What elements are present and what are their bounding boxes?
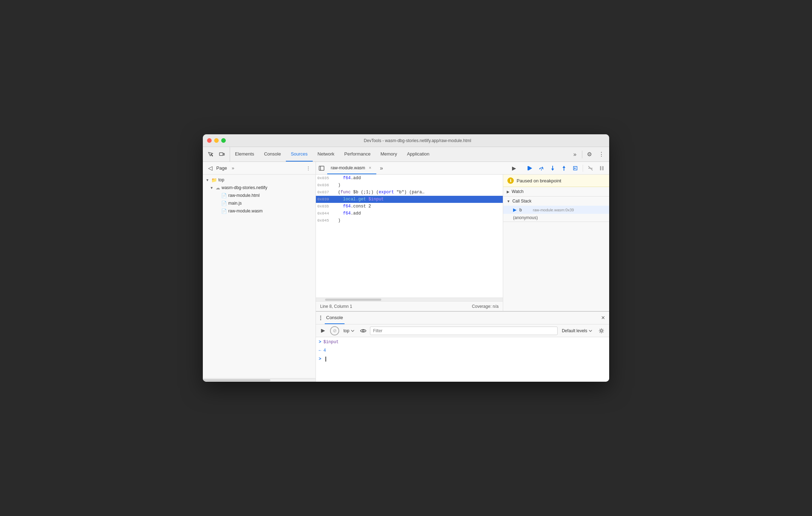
tree-item-main-js[interactable]: ▶ 📄 main.js bbox=[203, 199, 316, 207]
maximize-button[interactable] bbox=[221, 138, 226, 143]
console-filter-input[interactable] bbox=[370, 327, 558, 335]
more-options-button[interactable]: ⋮ bbox=[596, 149, 606, 159]
step-out-button[interactable] bbox=[559, 163, 569, 174]
file-wasm-icon: 📄 bbox=[221, 209, 227, 214]
tab-application[interactable]: Application bbox=[402, 147, 435, 162]
cloud-icon: ☁ bbox=[216, 185, 220, 190]
more-tabs-button[interactable]: » bbox=[570, 149, 580, 159]
dot-icon bbox=[320, 316, 321, 317]
callstack-item-anonymous[interactable]: (anonymous) bbox=[503, 214, 609, 222]
callstack-section: ▼ Call Stack ▶ b raw-module.wasm:0x39 (a… bbox=[503, 197, 609, 222]
tabbar-end-buttons: » ⚙ ⋮ bbox=[567, 147, 609, 162]
step-into-button[interactable] bbox=[547, 163, 558, 174]
chevron-down-icon: ▼ bbox=[206, 178, 210, 182]
traffic-lights bbox=[207, 138, 226, 143]
svg-point-19 bbox=[362, 330, 364, 332]
code-editor: 0x035 f64.add 0x036 ) 0x037 bbox=[316, 175, 503, 311]
sidebar-header: ◁ Page » ⋮ bbox=[203, 162, 316, 175]
inspect-element-button[interactable] bbox=[206, 149, 216, 159]
resume-button[interactable] bbox=[525, 163, 535, 174]
navigator-toggle-button[interactable] bbox=[316, 163, 327, 174]
svg-rect-1 bbox=[223, 153, 224, 155]
close-console-button[interactable]: × bbox=[600, 313, 606, 323]
deactivate-breakpoints-button[interactable] bbox=[585, 163, 596, 174]
editor-toolbar-right: ▶ bbox=[508, 163, 523, 174]
pause-text: Paused on breakpoint bbox=[517, 178, 561, 183]
console-line-output-4: ← 4 bbox=[316, 347, 609, 356]
debug-toolbar bbox=[523, 163, 609, 174]
svg-marker-12 bbox=[574, 168, 576, 169]
callstack-item-b[interactable]: ▶ b raw-module.wasm:0x39 bbox=[503, 206, 609, 214]
svg-marker-8 bbox=[551, 169, 554, 171]
tree-item-raw-module-html[interactable]: ▶ 📄 raw-module.html bbox=[203, 192, 316, 199]
code-line-0x035: 0x035 f64.add bbox=[316, 175, 503, 182]
tab-memory[interactable]: Memory bbox=[376, 147, 402, 162]
callstack-label: Call Stack bbox=[512, 199, 531, 204]
cursor-blink bbox=[325, 357, 326, 362]
settings-button[interactable]: ⚙ bbox=[584, 149, 594, 159]
live-expressions-button[interactable] bbox=[359, 326, 368, 335]
tab-sources[interactable]: Sources bbox=[286, 147, 313, 162]
code-status-bar: Line 8, Column 1 Coverage: n/a bbox=[316, 301, 503, 311]
step-over-button[interactable] bbox=[536, 163, 547, 174]
tabbar-divider bbox=[582, 151, 582, 158]
tree-item-domain[interactable]: ▼ ☁ wasm-dbg-stories.netlify bbox=[203, 184, 316, 192]
pause-on-exceptions-button[interactable] bbox=[596, 163, 607, 174]
code-line-0x044: 0x044 f64.add bbox=[316, 210, 503, 217]
run-in-console-button[interactable] bbox=[319, 326, 328, 335]
chevron-down-icon: ▼ bbox=[507, 199, 510, 203]
main-tabbar: Elements Console Sources Network Perform… bbox=[203, 147, 609, 162]
svg-marker-4 bbox=[529, 166, 532, 170]
console-drag-handle[interactable] bbox=[319, 314, 323, 322]
info-icon: ℹ bbox=[507, 177, 514, 184]
execution-context-select[interactable]: top bbox=[341, 328, 357, 334]
active-frame-icon: ▶ bbox=[513, 207, 517, 212]
console-header: Console × bbox=[316, 312, 609, 324]
console-settings-button[interactable] bbox=[596, 326, 606, 336]
device-toolbar-button[interactable] bbox=[217, 149, 227, 159]
file-icon: 📄 bbox=[221, 193, 227, 198]
tab-network[interactable]: Network bbox=[313, 147, 340, 162]
sidebar-scrollbar-thumb[interactable] bbox=[203, 379, 270, 381]
tab-console[interactable]: Console bbox=[259, 147, 286, 162]
content-area: ◁ Page » ⋮ ▼ 📁 top ▼ ☁ bbox=[203, 162, 609, 382]
tab-performance[interactable]: Performance bbox=[339, 147, 375, 162]
tree-item-raw-module-wasm[interactable]: ▶ 📄 raw-module.wasm bbox=[203, 207, 316, 215]
svg-marker-17 bbox=[322, 329, 325, 333]
tree-item-top[interactable]: ▼ 📁 top bbox=[203, 176, 316, 184]
console-result: 4 bbox=[323, 348, 326, 353]
console-panel: Console × bbox=[316, 311, 609, 382]
minimize-button[interactable] bbox=[214, 138, 219, 143]
editor-tab-raw-module-wasm[interactable]: raw-module.wasm × bbox=[327, 162, 376, 174]
svg-marker-10 bbox=[563, 166, 565, 168]
run-script-button[interactable]: ▶ bbox=[508, 163, 520, 174]
tab-elements[interactable]: Elements bbox=[230, 147, 259, 162]
editor-tabbar: raw-module.wasm × » ▶ bbox=[316, 162, 609, 175]
step-button[interactable] bbox=[570, 163, 581, 174]
code-horizontal-scrollbar[interactable] bbox=[316, 298, 503, 301]
sidebar-menu-button[interactable]: ⋮ bbox=[304, 164, 312, 172]
close-tab-button[interactable]: × bbox=[367, 165, 373, 171]
console-input-line[interactable]: > bbox=[316, 356, 609, 364]
watch-section: ▶ Watch bbox=[503, 187, 609, 197]
more-tabs-chevron[interactable]: » bbox=[376, 163, 386, 173]
log-levels-select[interactable]: Default levels bbox=[560, 328, 594, 334]
sidebar-toggle-button[interactable]: ◁ bbox=[206, 164, 214, 172]
watch-section-header[interactable]: ▶ Watch bbox=[503, 187, 609, 196]
dot-icon bbox=[320, 319, 321, 320]
callstack-section-header[interactable]: ▼ Call Stack bbox=[503, 197, 609, 206]
clear-console-button[interactable]: ⊘ bbox=[330, 326, 339, 335]
code-hscrollbar-thumb[interactable] bbox=[325, 299, 381, 301]
sidebar-more-button[interactable]: » bbox=[229, 164, 237, 172]
code-line-0x03b: 0x03b f64.const 2 bbox=[316, 203, 503, 210]
close-button[interactable] bbox=[207, 138, 212, 143]
file-js-icon: 📄 bbox=[221, 201, 227, 206]
console-tab[interactable]: Console bbox=[325, 312, 345, 324]
svg-rect-5 bbox=[528, 166, 529, 170]
sidebar-file-tree: ▼ 📁 top ▼ ☁ wasm-dbg-stories.netlify ▶ 📄… bbox=[203, 175, 316, 378]
code-content[interactable]: 0x035 f64.add 0x036 ) 0x037 bbox=[316, 175, 503, 298]
tabbar-devtools-buttons bbox=[203, 147, 230, 162]
sources-sidebar: ◁ Page » ⋮ ▼ 📁 top ▼ ☁ bbox=[203, 162, 316, 382]
svg-rect-15 bbox=[600, 166, 601, 170]
chevron-right-icon: ▶ bbox=[507, 190, 510, 194]
